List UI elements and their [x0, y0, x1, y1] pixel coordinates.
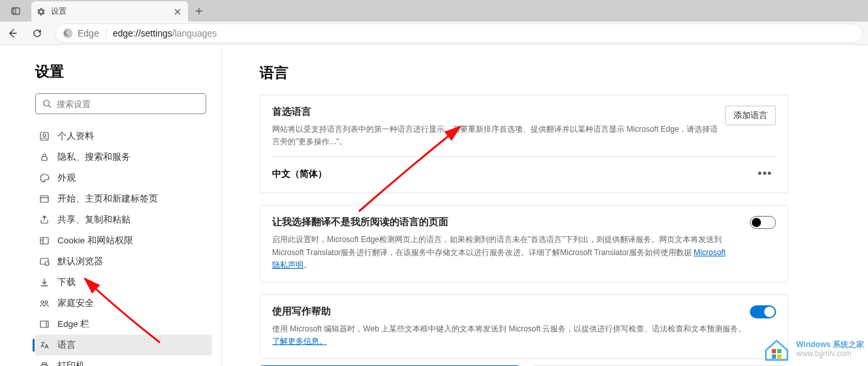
- tab-actions-button[interactable]: [0, 0, 31, 22]
- svg-rect-18: [777, 349, 781, 353]
- watermark: Windows 系统之家 www.bjjmlv.com: [762, 335, 864, 363]
- preferred-languages-card: 首选语言 网站将以受支持语言列表中的第一种语言进行显示。若要重新排序首选项、提供…: [260, 95, 788, 193]
- svg-point-11: [41, 301, 44, 303]
- svg-point-12: [45, 301, 48, 303]
- gear-icon: [37, 7, 46, 16]
- page-title: 语言: [260, 63, 868, 83]
- lock-icon: [38, 151, 51, 164]
- watermark-logo-icon: [762, 335, 791, 363]
- svg-rect-15: [42, 363, 46, 365]
- sidebar-item-privacy[interactable]: 隐私、搜索和服务: [35, 147, 212, 168]
- language-icon: [38, 339, 51, 352]
- writing-assistance-card: 使用写作帮助 使用 Microsoft 编辑器时，Web 上某些文本框中键入的文…: [260, 294, 788, 359]
- sidebar-item-label: 外观: [57, 172, 76, 184]
- settings-sidebar: 设置 个人资料 隐私、搜索和服务 外观 开始、主页和新建标签页 共享、复制和粘贴…: [0, 45, 222, 366]
- close-icon: [174, 8, 181, 15]
- share-icon: [38, 213, 51, 226]
- printer-icon: [38, 359, 51, 366]
- language-name: 中文（简体）: [272, 168, 327, 180]
- sidebar-item-appearance[interactable]: 外观: [35, 168, 212, 189]
- sidebar-item-label: 共享、复制和粘贴: [57, 214, 131, 226]
- translate-toggle[interactable]: [750, 216, 776, 229]
- svg-rect-20: [777, 354, 781, 358]
- svg-rect-19: [772, 354, 776, 358]
- search-icon: [42, 99, 52, 108]
- sidebar-item-default-browser[interactable]: 默认浏览器: [35, 251, 212, 272]
- back-button[interactable]: [0, 22, 25, 45]
- sidebar-item-profile[interactable]: 个人资料: [35, 126, 212, 147]
- add-language-button[interactable]: 添加语言: [725, 106, 776, 125]
- svg-rect-8: [40, 237, 48, 244]
- translate-title: 让我选择翻译不是我所阅读的语言的页面: [272, 216, 750, 228]
- address-separator: [106, 28, 106, 38]
- sidebar-icon: [38, 318, 51, 331]
- search-input[interactable]: [57, 99, 199, 109]
- sidebar-item-label: 个人资料: [57, 130, 94, 142]
- sidebar-item-start[interactable]: 开始、主页和新建标签页: [35, 189, 212, 209]
- svg-rect-7: [40, 196, 48, 202]
- sidebar-item-label: 打印机: [57, 360, 85, 366]
- sidebar-item-label: 下载: [57, 277, 76, 288]
- url-origin: edge://settings: [113, 28, 172, 38]
- sidebar-item-languages[interactable]: 语言: [35, 335, 212, 356]
- language-row: 中文（简体） •••: [272, 156, 776, 182]
- tab-title: 设置: [51, 6, 172, 17]
- translate-desc-text: 启用此设置时，Microsoft Edge检测网页上的语言，如果检测到的语言未在…: [272, 235, 722, 256]
- sidebar-item-label: 默认浏览器: [57, 256, 103, 267]
- settings-content: 语言 首选语言 网站将以受支持语言列表中的第一种语言进行显示。若要重新排序首选项…: [222, 45, 868, 366]
- sidebar-item-label: 语言: [57, 339, 76, 351]
- appearance-icon: [38, 172, 51, 185]
- url-path: /languages: [172, 28, 217, 38]
- watermark-line1: Windows 系统之家: [796, 340, 864, 349]
- tab-actions-icon: [10, 6, 21, 16]
- cookie-icon: [38, 234, 51, 247]
- sidebar-title: 设置: [35, 62, 212, 82]
- sidebar-item-printers[interactable]: 打印机: [35, 356, 212, 366]
- translate-desc-end: 。: [303, 260, 311, 269]
- sidebar-item-share[interactable]: 共享、复制和粘贴: [35, 209, 212, 230]
- refresh-button[interactable]: [25, 22, 50, 45]
- sidebar-item-downloads[interactable]: 下载: [35, 272, 212, 293]
- browser-icon: [38, 255, 51, 268]
- address-bar[interactable]: Edge edge://settings/languages: [55, 23, 863, 43]
- writing-desc-text: 使用 Microsoft 编辑器时，Web 上某些文本框中键入的文本将发送到 M…: [272, 324, 746, 333]
- sidebar-item-label: Cookie 和网站权限: [57, 235, 133, 247]
- sidebar-item-label: Edge 栏: [57, 318, 89, 330]
- svg-point-5: [43, 134, 46, 137]
- refresh-icon: [32, 28, 42, 38]
- svg-point-3: [44, 100, 50, 106]
- sidebar-item-label: 家庭安全: [57, 297, 94, 309]
- sidebar-item-cookies[interactable]: Cookie 和网站权限: [35, 230, 212, 251]
- svg-point-10: [45, 262, 49, 266]
- translate-desc: 启用此设置时，Microsoft Edge检测网页上的语言，如果检测到的语言未在…: [272, 234, 729, 271]
- tab-close-button[interactable]: [172, 7, 183, 17]
- tab-icon: [38, 192, 51, 206]
- preferred-languages-desc: 网站将以受支持语言列表中的第一种语言进行显示。若要重新排序首选项、提供翻译并以某…: [272, 123, 725, 148]
- toolbar: Edge edge://settings/languages: [0, 22, 868, 45]
- edge-label: Edge: [78, 28, 99, 38]
- settings-search[interactable]: [35, 93, 206, 114]
- language-more-button[interactable]: •••: [754, 166, 776, 182]
- writing-title: 使用写作帮助: [272, 305, 750, 318]
- learn-more-link[interactable]: 了解更多信息。: [272, 337, 327, 346]
- translate-card: 让我选择翻译不是我所阅读的语言的页面 启用此设置时，Microsoft Edge…: [260, 205, 788, 282]
- settings-body: 设置 个人资料 隐私、搜索和服务 外观 开始、主页和新建标签页 共享、复制和粘贴…: [0, 45, 868, 366]
- svg-rect-6: [42, 157, 47, 160]
- sidebar-item-label: 隐私、搜索和服务: [57, 151, 131, 163]
- svg-rect-13: [40, 321, 48, 328]
- browser-tab-settings[interactable]: 设置: [31, 1, 188, 22]
- svg-rect-17: [772, 349, 776, 353]
- settings-nav: 个人资料 隐私、搜索和服务 外观 开始、主页和新建标签页 共享、复制和粘贴 Co…: [35, 126, 212, 366]
- writing-desc: 使用 Microsoft 编辑器时，Web 上某些文本框中键入的文本将发送到 M…: [272, 323, 750, 348]
- new-tab-button[interactable]: [188, 0, 210, 22]
- tab-strip: 设置: [0, 0, 868, 22]
- sidebar-item-label: 开始、主页和新建标签页: [57, 193, 158, 205]
- sidebar-item-family[interactable]: 家庭安全: [35, 293, 212, 314]
- watermark-line2: www.bjjmlv.com: [796, 349, 864, 358]
- plus-icon: [194, 7, 204, 16]
- profile-icon: [38, 130, 51, 143]
- preferred-languages-title: 首选语言: [272, 106, 725, 118]
- writing-toggle[interactable]: [750, 305, 776, 318]
- back-arrow-icon: [7, 28, 18, 38]
- sidebar-item-edge-bar[interactable]: Edge 栏: [35, 314, 212, 335]
